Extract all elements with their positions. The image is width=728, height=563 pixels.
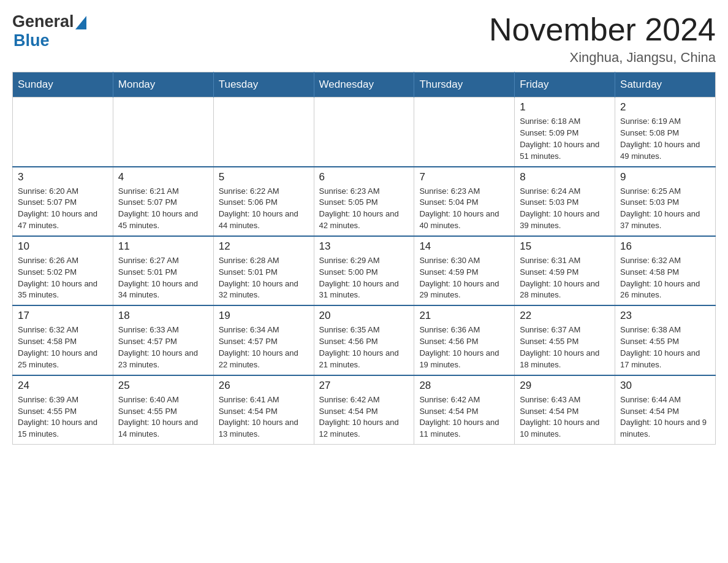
day-number: 30 [620, 380, 710, 392]
calendar-week-row: 24Sunrise: 6:39 AMSunset: 4:55 PMDayligh… [13, 375, 716, 445]
day-number: 9 [620, 171, 710, 183]
day-info: Sunrise: 6:42 AMSunset: 4:54 PMDaylight:… [419, 394, 509, 440]
calendar-cell: 28Sunrise: 6:42 AMSunset: 4:54 PMDayligh… [414, 375, 515, 445]
day-info: Sunrise: 6:32 AMSunset: 4:58 PMDaylight:… [18, 324, 108, 370]
day-number: 19 [219, 310, 309, 322]
day-number: 18 [118, 310, 208, 322]
day-number: 27 [319, 380, 409, 392]
weekday-header-monday: Monday [113, 72, 213, 98]
day-info: Sunrise: 6:36 AMSunset: 4:56 PMDaylight:… [419, 324, 509, 370]
calendar-cell: 24Sunrise: 6:39 AMSunset: 4:55 PMDayligh… [13, 375, 113, 445]
day-info: Sunrise: 6:41 AMSunset: 4:54 PMDaylight:… [219, 394, 309, 440]
day-number: 25 [118, 380, 208, 392]
calendar-cell: 1Sunrise: 6:18 AMSunset: 5:09 PMDaylight… [515, 98, 615, 167]
day-number: 10 [18, 240, 108, 253]
calendar-cell: 12Sunrise: 6:28 AMSunset: 5:01 PMDayligh… [213, 236, 314, 305]
calendar-cell: 15Sunrise: 6:31 AMSunset: 4:59 PMDayligh… [515, 236, 615, 305]
day-number: 21 [419, 310, 509, 322]
logo-general-text: General [12, 12, 74, 31]
calendar-cell: 2Sunrise: 6:19 AMSunset: 5:08 PMDaylight… [615, 98, 716, 167]
calendar-cell: 19Sunrise: 6:34 AMSunset: 4:57 PMDayligh… [213, 305, 314, 375]
calendar-cell: 16Sunrise: 6:32 AMSunset: 4:58 PMDayligh… [615, 236, 716, 305]
calendar-cell [414, 98, 515, 167]
calendar-cell: 8Sunrise: 6:24 AMSunset: 5:03 PMDaylight… [515, 167, 615, 236]
logo-triangle-icon [75, 16, 86, 29]
day-info: Sunrise: 6:27 AMSunset: 5:01 PMDaylight:… [118, 255, 208, 301]
calendar-week-row: 17Sunrise: 6:32 AMSunset: 4:58 PMDayligh… [13, 305, 716, 375]
calendar-header: SundayMondayTuesdayWednesdayThursdayFrid… [13, 72, 716, 98]
calendar-cell: 25Sunrise: 6:40 AMSunset: 4:55 PMDayligh… [113, 375, 213, 445]
calendar-cell: 11Sunrise: 6:27 AMSunset: 5:01 PMDayligh… [113, 236, 213, 305]
calendar-cell: 9Sunrise: 6:25 AMSunset: 5:03 PMDaylight… [615, 167, 716, 236]
day-number: 16 [620, 240, 710, 253]
day-number: 6 [319, 171, 409, 183]
day-number: 14 [419, 240, 509, 253]
day-info: Sunrise: 6:34 AMSunset: 4:57 PMDaylight:… [219, 324, 309, 370]
day-info: Sunrise: 6:42 AMSunset: 4:54 PMDaylight:… [319, 394, 409, 440]
weekday-header-row: SundayMondayTuesdayWednesdayThursdayFrid… [13, 72, 716, 98]
day-info: Sunrise: 6:23 AMSunset: 5:05 PMDaylight:… [319, 186, 409, 232]
day-number: 5 [219, 171, 309, 183]
calendar-cell: 20Sunrise: 6:35 AMSunset: 4:56 PMDayligh… [314, 305, 414, 375]
calendar-week-row: 1Sunrise: 6:18 AMSunset: 5:09 PMDaylight… [13, 98, 716, 167]
calendar-cell: 13Sunrise: 6:29 AMSunset: 5:00 PMDayligh… [314, 236, 414, 305]
calendar-table: SundayMondayTuesdayWednesdayThursdayFrid… [12, 72, 716, 445]
logo: General Blue [12, 12, 86, 50]
month-year-title: November 2024 [489, 12, 716, 47]
logo-blue-text: Blue [13, 31, 50, 50]
location-subtitle: Xinghua, Jiangsu, China [489, 50, 716, 66]
calendar-week-row: 3Sunrise: 6:20 AMSunset: 5:07 PMDaylight… [13, 167, 716, 236]
weekday-header-tuesday: Tuesday [213, 72, 314, 98]
day-number: 26 [219, 380, 309, 392]
day-info: Sunrise: 6:23 AMSunset: 5:04 PMDaylight:… [419, 186, 509, 232]
day-info: Sunrise: 6:22 AMSunset: 5:06 PMDaylight:… [219, 186, 309, 232]
weekday-header-thursday: Thursday [414, 72, 515, 98]
day-number: 24 [18, 380, 108, 392]
calendar-cell: 30Sunrise: 6:44 AMSunset: 4:54 PMDayligh… [615, 375, 716, 445]
weekday-header-friday: Friday [515, 72, 615, 98]
day-info: Sunrise: 6:38 AMSunset: 4:55 PMDaylight:… [620, 324, 710, 370]
calendar-cell [213, 98, 314, 167]
calendar-cell: 23Sunrise: 6:38 AMSunset: 4:55 PMDayligh… [615, 305, 716, 375]
day-info: Sunrise: 6:18 AMSunset: 5:09 PMDaylight:… [520, 116, 610, 162]
calendar-cell: 7Sunrise: 6:23 AMSunset: 5:04 PMDaylight… [414, 167, 515, 236]
calendar-cell: 26Sunrise: 6:41 AMSunset: 4:54 PMDayligh… [213, 375, 314, 445]
day-info: Sunrise: 6:43 AMSunset: 4:54 PMDaylight:… [520, 394, 610, 440]
day-info: Sunrise: 6:32 AMSunset: 4:58 PMDaylight:… [620, 255, 710, 301]
day-number: 17 [18, 310, 108, 322]
calendar-title-section: November 2024 Xinghua, Jiangsu, China [489, 12, 716, 66]
day-number: 7 [419, 171, 509, 183]
calendar-cell: 29Sunrise: 6:43 AMSunset: 4:54 PMDayligh… [515, 375, 615, 445]
weekday-header-sunday: Sunday [13, 72, 113, 98]
calendar-cell: 22Sunrise: 6:37 AMSunset: 4:55 PMDayligh… [515, 305, 615, 375]
calendar-cell: 18Sunrise: 6:33 AMSunset: 4:57 PMDayligh… [113, 305, 213, 375]
day-number: 2 [620, 101, 710, 113]
weekday-header-wednesday: Wednesday [314, 72, 414, 98]
day-info: Sunrise: 6:28 AMSunset: 5:01 PMDaylight:… [219, 255, 309, 301]
calendar-cell: 14Sunrise: 6:30 AMSunset: 4:59 PMDayligh… [414, 236, 515, 305]
day-info: Sunrise: 6:25 AMSunset: 5:03 PMDaylight:… [620, 186, 710, 232]
day-number: 23 [620, 310, 710, 322]
day-number: 3 [18, 171, 108, 183]
day-info: Sunrise: 6:20 AMSunset: 5:07 PMDaylight:… [18, 186, 108, 232]
calendar-cell: 17Sunrise: 6:32 AMSunset: 4:58 PMDayligh… [13, 305, 113, 375]
calendar-cell [13, 98, 113, 167]
day-number: 28 [419, 380, 509, 392]
day-info: Sunrise: 6:35 AMSunset: 4:56 PMDaylight:… [319, 324, 409, 370]
day-info: Sunrise: 6:30 AMSunset: 4:59 PMDaylight:… [419, 255, 509, 301]
calendar-cell: 6Sunrise: 6:23 AMSunset: 5:05 PMDaylight… [314, 167, 414, 236]
svg-marker-0 [75, 16, 86, 29]
day-info: Sunrise: 6:29 AMSunset: 5:00 PMDaylight:… [319, 255, 409, 301]
calendar-cell [314, 98, 414, 167]
day-info: Sunrise: 6:37 AMSunset: 4:55 PMDaylight:… [520, 324, 610, 370]
day-number: 1 [520, 101, 610, 113]
calendar-body: 1Sunrise: 6:18 AMSunset: 5:09 PMDaylight… [13, 98, 716, 445]
weekday-header-saturday: Saturday [615, 72, 716, 98]
day-number: 22 [520, 310, 610, 322]
calendar-week-row: 10Sunrise: 6:26 AMSunset: 5:02 PMDayligh… [13, 236, 716, 305]
day-number: 11 [118, 240, 208, 253]
day-info: Sunrise: 6:21 AMSunset: 5:07 PMDaylight:… [118, 186, 208, 232]
day-info: Sunrise: 6:26 AMSunset: 5:02 PMDaylight:… [18, 255, 108, 301]
day-number: 15 [520, 240, 610, 253]
day-number: 4 [118, 171, 208, 183]
